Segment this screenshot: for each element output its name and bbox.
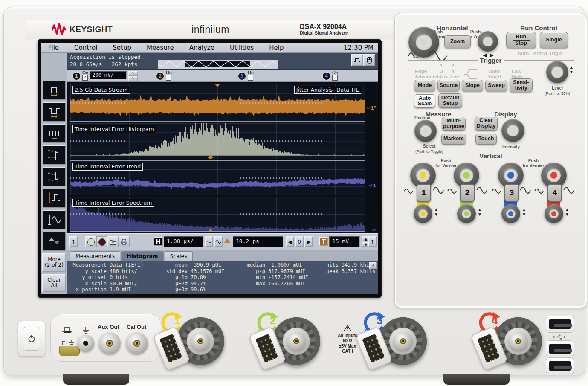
print-button[interactable] xyxy=(119,236,130,247)
channel-1-scale-spinner[interactable]: ∿∿ xyxy=(128,71,138,81)
channel-4-button[interactable]: 4 xyxy=(547,184,562,202)
usb-icon xyxy=(553,334,566,340)
menu-file[interactable]: File xyxy=(48,44,59,52)
measure-fall-time-icon xyxy=(47,170,61,183)
tab-scales[interactable]: Scales xyxy=(165,251,193,261)
intensity-knob[interactable] xyxy=(501,119,524,142)
scale-down-icon[interactable]: ∿ xyxy=(128,76,138,81)
brand-name: KEYSIGHT xyxy=(70,25,113,34)
help-button[interactable]: ? xyxy=(369,262,377,269)
power-button[interactable] xyxy=(18,321,45,357)
measure-area-icon xyxy=(47,235,61,247)
delay-left-button[interactable]: ◀ xyxy=(286,236,294,247)
channel-1-offset-knob[interactable] xyxy=(414,204,432,223)
trigger-sensitivity-button[interactable]: Sensi-tivity xyxy=(510,78,533,92)
channel-3-button[interactable]: 3 xyxy=(504,184,519,202)
trend-reference-marker[interactable]: ↵1 xyxy=(369,183,376,188)
delay-zero-button[interactable]: 0 xyxy=(295,236,304,247)
trigger-sweep-button[interactable]: Sweep xyxy=(485,80,507,91)
channel-3-badge[interactable]: 3 xyxy=(238,72,246,80)
menu-setup[interactable]: Setup xyxy=(113,44,131,52)
tab-histogram[interactable]: Histogram xyxy=(121,251,163,261)
sidebar-measure-button-6[interactable] xyxy=(43,189,66,208)
mouse-pointer-button[interactable] xyxy=(363,54,375,66)
sidebar-measure-button-5[interactable] xyxy=(43,167,66,186)
folder-icon xyxy=(110,239,116,245)
channel-2-offset-knob[interactable] xyxy=(457,204,476,223)
trigger-source-button[interactable]: Source xyxy=(437,80,460,91)
menu-utilities[interactable]: Utilities xyxy=(230,44,254,52)
horizontal-position-knob[interactable] xyxy=(478,31,498,52)
trigger-level-field[interactable]: 15 mV xyxy=(329,236,360,247)
sine-small-icon xyxy=(491,187,502,194)
channel-2-checkbox[interactable] xyxy=(166,75,171,81)
warning-triangle-icon xyxy=(344,325,351,331)
trigger-slope-button[interactable]: Slope xyxy=(462,80,483,91)
channel-3-offset-knob[interactable] xyxy=(501,204,520,223)
horizontal-trigger-toolbar: ↑ H 1.00 µs/ 18.2 ps ◀ 0 ▶ T 15 mV xyxy=(67,233,378,250)
background-color-button[interactable] xyxy=(96,236,107,247)
channel-2-controls: 2 On xyxy=(156,71,172,81)
tab-measurements[interactable]: Measurements xyxy=(70,251,120,261)
trigger-level-knob[interactable] xyxy=(546,61,568,83)
sidebar-measure-button-8[interactable] xyxy=(43,232,66,251)
clear-display-button[interactable]: ClearDisplay xyxy=(475,116,498,131)
delay-right-button[interactable]: ▶ xyxy=(304,236,313,247)
channel-4-checkbox[interactable] xyxy=(332,75,338,81)
sidebar-measure-button-2[interactable] xyxy=(43,102,66,122)
clear-all-button[interactable]: Clear All xyxy=(42,274,66,293)
more-page-indicator: (2 of 2) xyxy=(45,262,64,268)
sidebar-measure-button-7[interactable] xyxy=(43,210,66,229)
measure-position-knob[interactable] xyxy=(414,120,437,142)
scroll-up-left-button[interactable]: ↑ xyxy=(69,236,78,247)
small-sine-button[interactable] xyxy=(205,236,213,247)
trigger-mode-button[interactable]: Mode xyxy=(414,80,435,91)
power-icon xyxy=(27,334,36,343)
menu-help[interactable]: Help xyxy=(269,44,284,52)
touch-button[interactable]: Touch xyxy=(475,134,497,145)
channel-1-badge[interactable]: 1 xyxy=(72,72,81,80)
trigd-lamp: Trig'd xyxy=(549,51,562,56)
sine-large-icon xyxy=(519,186,532,194)
channel-4-offset-knob[interactable] xyxy=(545,204,563,223)
menu-measure[interactable]: Measure xyxy=(147,44,174,52)
panel-label-tie-trend: Time Interval Error Trend xyxy=(72,163,143,171)
stream-trigger-level-marker[interactable]: ↵1ᵀ xyxy=(367,106,376,110)
open-setup-button[interactable] xyxy=(107,236,119,247)
menu-analyze[interactable]: Analyze xyxy=(189,44,214,52)
menu-control[interactable]: Control xyxy=(74,44,97,52)
more-button[interactable]: More (2 of 2) xyxy=(42,253,66,272)
multipurpose-button[interactable]: Multi-purpose xyxy=(442,117,466,131)
sidebar-measure-button-1[interactable] xyxy=(43,81,66,100)
channel-3-checkbox[interactable] xyxy=(248,75,253,81)
sidebar-measure-button-4[interactable] xyxy=(43,145,66,165)
default-setup-button[interactable]: DefaultSetup xyxy=(438,93,462,108)
sidebar-measure-button-3[interactable] xyxy=(43,124,66,143)
channel-2-badge[interactable]: 2 xyxy=(156,72,164,80)
channel-4-badge[interactable]: 4 xyxy=(322,72,330,80)
single-button[interactable]: Single xyxy=(540,32,568,48)
auto-scale-button[interactable]: AutoScale xyxy=(414,94,435,108)
scale-up-icon[interactable]: ∿ xyxy=(128,71,138,76)
timebase-field[interactable]: 1.00 µs/ xyxy=(164,236,203,247)
run-stop-button[interactable]: RunStop xyxy=(506,32,536,48)
scroll-up-right-button[interactable]: ↑ xyxy=(368,236,377,247)
spectrum-center-marker[interactable] xyxy=(209,226,213,231)
channel-2-button[interactable]: 2 xyxy=(460,184,475,202)
channel-1-button[interactable]: 1 xyxy=(417,184,431,202)
measure-period-icon xyxy=(47,127,61,140)
channel-1-checkbox[interactable]: ✓ xyxy=(82,75,88,81)
grid-color-button[interactable] xyxy=(85,236,96,247)
panel-label-tie-spectrum: Time Interval Error Spectrum xyxy=(72,199,154,207)
sine-small-icon xyxy=(534,187,545,194)
channel-1-scale-field[interactable]: 200 mV/ xyxy=(90,71,127,79)
trigger-position-marker[interactable] xyxy=(215,84,220,90)
spectrum-reference-marker[interactable]: ↩ xyxy=(372,228,376,232)
control-panel: Horizontal Pushfor Vernier Pushto Zero Z… xyxy=(394,13,587,308)
markers-button[interactable]: Markers xyxy=(441,134,466,145)
waveform-position-minimap[interactable] xyxy=(158,60,278,69)
zoom-button[interactable]: Zoom xyxy=(444,35,471,48)
pulse-mode-button[interactable] xyxy=(351,54,363,66)
large-sine-button[interactable] xyxy=(214,236,223,247)
delay-field[interactable]: 18.2 ps xyxy=(233,236,283,247)
